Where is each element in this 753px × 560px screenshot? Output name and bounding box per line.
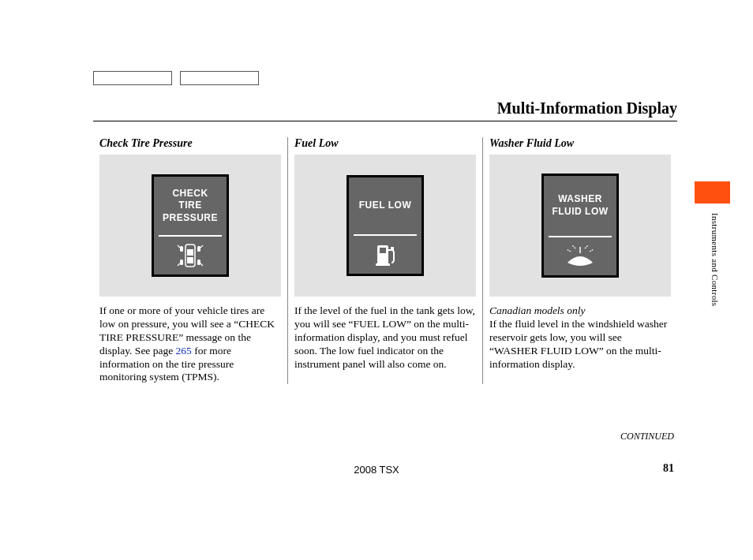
section-side-label: Instruments and Controls	[710, 213, 720, 306]
column-body: If the level of the fuel in the tank get…	[294, 304, 476, 371]
display-message: FUEL LOW	[349, 177, 421, 234]
page-reference-link[interactable]: 265	[176, 345, 192, 357]
washer-fluid-icon	[544, 237, 616, 275]
svg-rect-6	[197, 259, 200, 265]
svg-line-16	[572, 245, 575, 248]
section-color-tab	[695, 181, 730, 203]
svg-rect-13	[376, 263, 390, 266]
svg-line-17	[585, 245, 588, 248]
body-text: If the fluid level in the windshield was…	[489, 318, 667, 370]
svg-rect-1	[187, 249, 193, 256]
continued-label: CONTINUED	[620, 431, 674, 442]
svg-rect-3	[180, 246, 183, 252]
svg-rect-14	[391, 247, 394, 250]
column-heading: Washer Fluid Low	[489, 137, 671, 150]
svg-line-7	[178, 245, 180, 248]
fuel-pump-icon	[349, 236, 421, 274]
column-fuel-low: Fuel Low FUEL LOW	[287, 137, 482, 384]
column-body: Canadian models only If the fluid level …	[489, 304, 671, 371]
column-heading: Fuel Low	[294, 137, 476, 150]
display-unit: WASHER FLUID LOW	[541, 174, 619, 277]
svg-line-9	[178, 263, 180, 266]
manual-page: Multi-Information Display Check Tire Pre…	[93, 71, 677, 384]
svg-rect-5	[180, 259, 183, 265]
column-washer-fluid: Washer Fluid Low WASHER FLUID LOW	[482, 137, 677, 384]
blank-tab	[93, 71, 172, 85]
display-message: WASHER FLUID LOW	[544, 176, 616, 235]
svg-rect-12	[380, 248, 386, 253]
blank-tabs-row	[93, 71, 677, 85]
svg-line-19	[590, 249, 594, 252]
column-tire-pressure: Check Tire Pressure CHECK TIRE PRESSURE	[93, 137, 287, 384]
tire-pressure-icon	[154, 237, 227, 274]
column-body: If one or more of your vehicle tires are…	[99, 304, 281, 384]
footer-page-number: 81	[663, 462, 674, 475]
display-unit: CHECK TIRE PRESSURE	[152, 174, 229, 278]
title-row: Multi-Information Display	[93, 99, 677, 121]
display-message: CHECK TIRE PRESSURE	[154, 177, 227, 236]
content-columns: Check Tire Pressure CHECK TIRE PRESSURE	[93, 137, 677, 384]
model-note: Canadian models only	[489, 304, 586, 316]
column-heading: Check Tire Pressure	[99, 137, 281, 150]
svg-line-10	[200, 263, 203, 266]
svg-line-18	[567, 249, 571, 252]
blank-tab	[180, 71, 259, 85]
page-title: Multi-Information Display	[497, 99, 677, 118]
illustration-panel: FUEL LOW	[294, 155, 476, 297]
display-unit: FUEL LOW	[347, 175, 424, 276]
illustration-panel: CHECK TIRE PRESSURE	[99, 155, 281, 297]
footer-model-year: 2008 TSX	[354, 464, 399, 476]
svg-rect-2	[187, 257, 193, 263]
illustration-panel: WASHER FLUID LOW	[489, 155, 671, 297]
svg-rect-4	[197, 246, 200, 252]
svg-line-8	[200, 245, 203, 248]
